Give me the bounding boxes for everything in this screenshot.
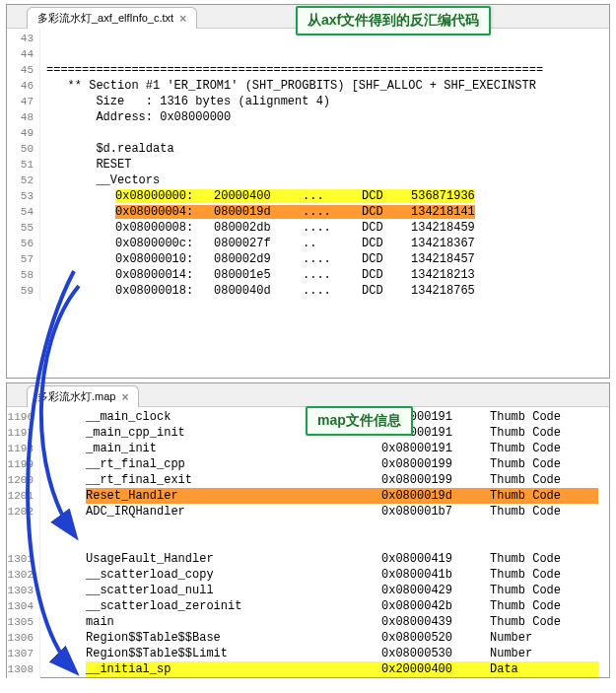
code-line <box>46 46 609 62</box>
symbol-row: __initial_sp0x20000400Data <box>46 661 609 677</box>
symbol-row: main0x08000439Thumb Code <box>46 614 609 630</box>
code-line: 0x0800000c:0800027f..DCD134218367 <box>46 236 609 251</box>
editor-axf: 多彩流水灯_axf_elfInfo_c.txt × 43444546474849… <box>6 4 610 379</box>
gutter-map: 1196119711981199120012011202 13011302130… <box>7 407 40 679</box>
blank-line <box>46 535 609 551</box>
symbol-row: Reset_Handler0x0800019dThumb Code <box>46 488 609 504</box>
code-line: ** Section #1 'ER_IROM1' (SHT_PROGBITS) … <box>46 78 609 94</box>
symbol-row: _main_init0x08000191Thumb Code <box>46 441 609 456</box>
tab-bar-map: 多彩流水灯.map × <box>7 383 609 407</box>
tab-map[interactable]: 多彩流水灯.map × <box>27 385 139 407</box>
symbol-row: UsageFault_Handler0x08000419Thumb Code <box>46 551 609 567</box>
code-line <box>46 125 609 141</box>
symbol-row: Region$$Table$$Limit0x08000530Number <box>46 646 609 661</box>
symbol-row: __scatterload_zeroinit0x0800042bThumb Co… <box>46 598 609 614</box>
close-icon[interactable]: × <box>121 391 128 403</box>
code-line: 0x08000000:20000400...DCD536871936 <box>46 188 609 204</box>
content-axf: ========================================… <box>40 29 609 301</box>
close-icon[interactable]: × <box>179 13 186 25</box>
blank-line <box>46 520 609 535</box>
code-line: Size : 1316 bytes (alignment 4) <box>46 94 609 109</box>
tab-axf[interactable]: 多彩流水灯_axf_elfInfo_c.txt × <box>27 7 197 29</box>
code-line: 0x08000004:0800019d....DCD134218141 <box>46 204 609 220</box>
code-line: 0x08000008:080002db....DCD134218459 <box>46 220 609 236</box>
tab-axf-label: 多彩流水灯_axf_elfInfo_c.txt <box>37 11 173 26</box>
symbol-row: Region$$Table$$Base0x08000520Number <box>46 630 609 646</box>
code-line: ========================================… <box>46 62 609 78</box>
code-line: 0x08000018:0800040d....DCD134218765 <box>46 283 609 299</box>
symbol-row: __scatterload_null0x08000429Thumb Code <box>46 583 609 598</box>
code-line: __Vectors <box>46 173 609 188</box>
symbol-row: __rt_final_exit0x08000199Thumb Code <box>46 472 609 488</box>
symbol-row: ADC_IRQHandler0x080001b7Thumb Code <box>46 504 609 520</box>
callout-map: map文件信息 <box>306 406 413 436</box>
code-line: Address: 0x08000000 <box>46 109 609 125</box>
callout-axf: 从axf文件得到的反汇编代码 <box>296 6 491 35</box>
code-line: RESET <box>46 157 609 173</box>
tab-map-label: 多彩流水灯.map <box>37 389 115 404</box>
symbol-row: __scatterload_copy0x0800041bThumb Code <box>46 567 609 583</box>
gutter-axf: 4344454647484950515253545556575859 <box>7 29 40 301</box>
symbol-row: __rt_final_cpp0x08000199Thumb Code <box>46 456 609 472</box>
code-line: 0x08000010:080002d9....DCD134218457 <box>46 251 609 267</box>
code-line: $d.realdata <box>46 141 609 157</box>
code-line: 0x08000014:080001e5....DCD134218213 <box>46 267 609 283</box>
content-map: __main_clock0x08000191Thumb Code_main_cp… <box>40 407 609 679</box>
